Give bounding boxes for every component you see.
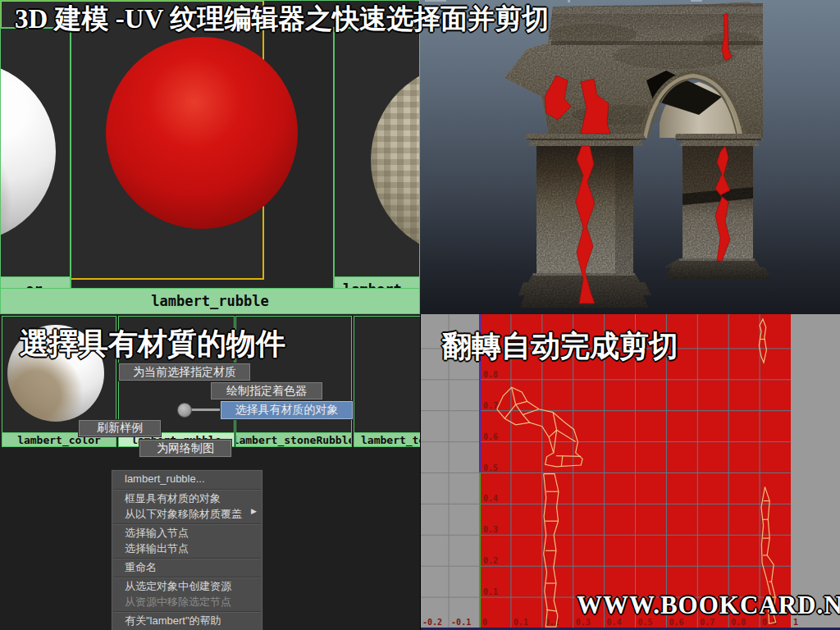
menu-item-select-objects-with-material[interactable]: 选择具有材质的对象 [221,401,353,419]
submenu-arrow-icon: ▶ [251,507,257,515]
swatch-label: lambert_rubble [1,288,419,313]
marking-menu-origin[interactable] [177,403,192,418]
panel-heading: 翻轉自动完成剪切 [442,326,678,367]
selection-inner-border: lambert_rubble [0,0,420,314]
context-menu: lambert_rubble...框显具有材质的对象从以下对象移除材质覆盖▶选择… [111,469,263,630]
viewport-3d[interactable] [420,0,840,314]
context-menu-item[interactable]: 重命名 [112,560,262,576]
stone-arch-model [420,0,840,314]
swatch-cell[interactable]: lambert_te [354,316,420,447]
context-menu-item[interactable]: lambert_rubble... [112,472,262,488]
menu-item-paint-assign[interactable]: 绘制指定着色器 [211,382,322,399]
hypershade-panel: lambert_color lambert_rubble lambert_sto… [0,314,420,630]
menu-item-refresh-swatch[interactable]: 刷新样例 [79,420,161,436]
context-menu-item[interactable]: 从以下对象移除材质覆盖▶ [112,507,262,523]
menu-item-graph-network[interactable]: 为网络制图 [139,440,231,457]
uv-shell-shell-head-arm[interactable] [497,387,582,467]
uv-shell-edge[interactable] [556,456,581,457]
menu-item-assign-material[interactable]: 为当前选择指定材质 [119,363,250,381]
uv-tick-label: -0.1 [451,618,471,627]
context-menu-item[interactable]: 选择输入节点 [112,526,262,541]
menu-separator [113,611,261,613]
swatch-label: lambert_stoneRubble [236,432,351,446]
menu-separator [113,523,261,525]
swatch-label: lambert_te [354,432,420,446]
uv-tick-label: 0.3 [483,525,498,534]
uv-tick-label: 0.1 [483,587,498,596]
uv-tick-label: 0.6 [483,432,498,441]
uv-shell-edge[interactable] [561,456,563,467]
uv-tick-label: 0.1 [514,618,528,627]
panel-heading: 選擇具有材質的物件 [20,324,285,364]
uv-tick-label: 0.5 [483,463,498,472]
context-menu-item[interactable]: 选择输出节点 [112,541,262,557]
menu-separator [113,489,261,491]
swatch-cell-selected[interactable]: lambert_rubble [0,0,264,280]
context-menu-item[interactable]: 框显具有材质的对象 [112,491,262,507]
uv-tick-label: -0.2 [422,618,442,627]
uv-tick-label: 0.2 [483,556,498,565]
stone-grain-overlay [494,0,781,314]
watermark: WWW.BOOKCARD.NET [577,591,840,620]
menu-separator [113,577,261,578]
uv-tick-label: 0.8 [483,370,498,379]
marking-menu-stem [187,409,223,411]
uv-tick-label: 0.7 [483,401,498,410]
material-sphere-red [106,37,298,229]
page-title: 3D 建模 -UV 纹理编辑器之快速选择面并剪切 [15,1,549,38]
uv-tick-label: 0 [482,618,487,627]
context-menu-item[interactable]: 有关"lambert"的帮助 [112,614,262,629]
uv-shell-shell-right-top[interactable] [759,319,766,363]
menu-separator [113,558,261,559]
context-menu-item[interactable]: 从选定对象中创建资源 [112,579,262,595]
screenshot-root: or lambert lambert_rubble [0,0,840,630]
uv-editor[interactable]: -0.2-0.100.10.20.30.40.50.60.70.80.910.1… [420,314,840,630]
uv-shell-edge[interactable] [516,401,527,404]
uv-shell-edge[interactable] [523,409,539,415]
uv-tick-label: 0.4 [483,494,498,503]
uv-shell-edge[interactable] [546,609,557,611]
context-menu-item: 从资源中移除选定节点 [112,595,262,610]
swatch-panel-large: or lambert lambert_rubble [0,0,420,314]
